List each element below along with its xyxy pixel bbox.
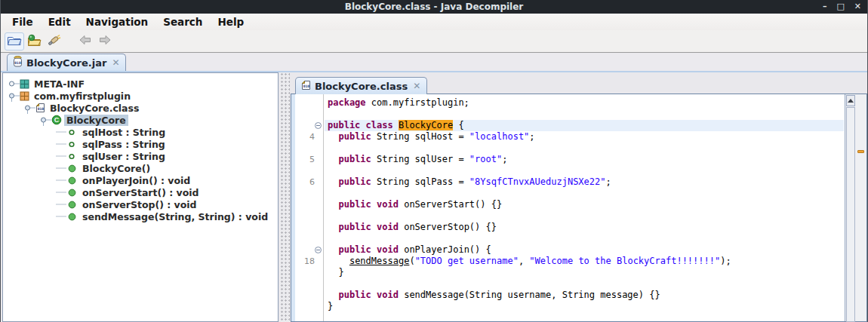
code-text: } — [328, 301, 333, 311]
tree-item-label: META-INF — [32, 78, 87, 90]
method-link[interactable]: sendMessage — [349, 256, 409, 266]
source-tab-close-icon[interactable]: ✕ — [413, 81, 420, 91]
vertical-scrollbar[interactable] — [845, 94, 856, 321]
occurrence-marker[interactable] — [857, 150, 864, 153]
menu-file[interactable]: File — [5, 16, 41, 28]
code-text: onPlayerJoin() { — [399, 244, 491, 255]
code-line — [325, 143, 844, 154]
code-text: { — [453, 120, 463, 130]
tree-item-label: sqlUser : String — [80, 151, 168, 162]
code-text — [328, 290, 338, 300]
code-text: String sqlPass = — [371, 176, 469, 187]
search-button[interactable] — [44, 32, 63, 51]
code-text — [328, 244, 338, 255]
code-line: public class BlockyCore { — [325, 120, 844, 131]
tree-expanded-handle-icon[interactable] — [39, 114, 51, 126]
code-text — [393, 120, 399, 130]
line-number: 6 — [296, 176, 315, 188]
code-text: "localhost" — [469, 131, 529, 142]
tree-item-onplayerjoin-void[interactable]: onPlayerJoin() : void — [3, 174, 278, 186]
code-text: String sqlUser = — [371, 154, 469, 164]
window-controls: – □ ✕ — [823, 0, 861, 14]
tree-item-onserverstop-void[interactable]: onServerStop() : void — [3, 198, 278, 210]
code-text: com.myfirstplugin; — [366, 97, 469, 108]
code-text: public — [338, 154, 371, 164]
tree-connector-line — [55, 186, 67, 198]
scrollbar-up-arrow-icon[interactable] — [846, 95, 855, 106]
code-line: package com.myfirstplugin; — [325, 97, 844, 109]
code-line: public void sendMessage(String username,… — [325, 290, 844, 301]
tree-item-meta-inf[interactable]: META-INF — [3, 78, 278, 90]
tree-connector-line — [55, 198, 67, 210]
tree-item-sendmessage-string-string-void[interactable]: sendMessage(String, String) : void — [3, 210, 278, 222]
svg-text:C: C — [54, 116, 60, 124]
tree-collapsed-handle-icon[interactable] — [8, 78, 20, 90]
tree-item-label: BlockyCore() — [80, 163, 152, 174]
tree-connector-line — [55, 150, 67, 162]
method-icon — [67, 211, 78, 222]
tree-item-label: BlockyCore.class — [48, 103, 141, 114]
tree-item-label: onServerStop() : void — [80, 199, 199, 210]
code-text: ; — [605, 176, 611, 187]
menu-search[interactable]: Search — [155, 16, 210, 28]
tree-item-com-myfirstplugin[interactable]: com.myfirstplugin — [3, 90, 278, 102]
minimize-button[interactable]: – — [823, 0, 827, 14]
code-text: , — [519, 256, 529, 266]
code-text: String sqlHost = — [371, 131, 469, 142]
tree-item-sqlhost-string[interactable]: sqlHost : String — [3, 126, 278, 138]
title-bar: BlockyCore.class - Java Decompiler – □ ✕ — [1, 0, 867, 14]
tree-item-blockycore[interactable]: CBlockyCore — [3, 114, 278, 126]
tree-item-sqlpass-string[interactable]: sqlPass : String — [3, 138, 278, 150]
tree-connector-line — [55, 126, 67, 138]
tree-item-blockycore[interactable]: BlockyCore() — [3, 162, 278, 174]
code-line: } — [325, 267, 844, 278]
code-text: package — [328, 97, 366, 108]
code-text: public — [338, 131, 371, 142]
tree-item-onserverstart-void[interactable]: onServerStart() : void — [3, 186, 278, 198]
menu-navigation[interactable]: Navigation — [78, 16, 156, 28]
code-text: sendMessage(String username, String mess… — [399, 290, 660, 300]
tree-expanded-handle-icon[interactable] — [8, 90, 20, 102]
menu-edit[interactable]: Edit — [41, 16, 78, 28]
code-line: public void onServerStart() {} — [325, 199, 844, 210]
svg-text:010: 010 — [14, 61, 21, 65]
code-line — [325, 109, 844, 120]
tree-item-label: sqlHost : String — [80, 127, 168, 138]
field-icon — [67, 139, 78, 149]
jar-tab-label: BlockyCore.jar — [26, 57, 106, 69]
code-text — [328, 199, 338, 210]
close-button[interactable]: ✕ — [854, 0, 861, 14]
jar-tab-close-icon[interactable]: ✕ — [112, 57, 119, 68]
maximize-button[interactable]: □ — [836, 0, 844, 14]
fold-collapse-icon[interactable] — [315, 247, 322, 253]
split-divider[interactable] — [280, 72, 290, 322]
fold-collapse-icon[interactable] — [315, 122, 322, 129]
tab-blockycore-class[interactable]: 010 BlockyCore.class ✕ — [295, 77, 427, 94]
field-icon — [67, 151, 78, 161]
scrollbar-thumb[interactable] — [846, 107, 855, 322]
code-text — [328, 131, 338, 142]
tree-item-sqluser-string[interactable]: sqlUser : String — [3, 150, 278, 162]
code-text — [328, 154, 338, 164]
code-text: } — [328, 267, 344, 278]
tree-connector-line — [55, 138, 67, 150]
main-area: META-INFcom.myfirstplugin010BlockyCore.c… — [1, 72, 867, 322]
code-text — [328, 176, 338, 187]
method-icon — [67, 199, 78, 210]
code-text: ; — [529, 131, 534, 142]
code-text — [328, 256, 349, 266]
tab-blockycore-jar[interactable]: 010 BlockyCore.jar ✕ — [7, 54, 126, 71]
tree-item-label: sqlPass : String — [80, 139, 168, 150]
code-lines: package com.myfirstplugin;public class B… — [325, 97, 844, 312]
tree-expanded-handle-icon[interactable] — [23, 102, 35, 114]
menu-help[interactable]: Help — [210, 16, 251, 28]
tree-item-blockycore-class[interactable]: 010BlockyCore.class — [3, 102, 278, 114]
open-file-button[interactable] — [5, 32, 24, 51]
code-line: public void onPlayerJoin() { — [325, 244, 844, 256]
code-line — [325, 233, 844, 244]
open-type-icon — [26, 34, 42, 49]
tree-item-label: onPlayerJoin() : void — [80, 175, 192, 186]
line-number: 18 — [296, 256, 315, 267]
code-text: public void — [338, 244, 398, 255]
open-type-button[interactable] — [24, 32, 44, 51]
